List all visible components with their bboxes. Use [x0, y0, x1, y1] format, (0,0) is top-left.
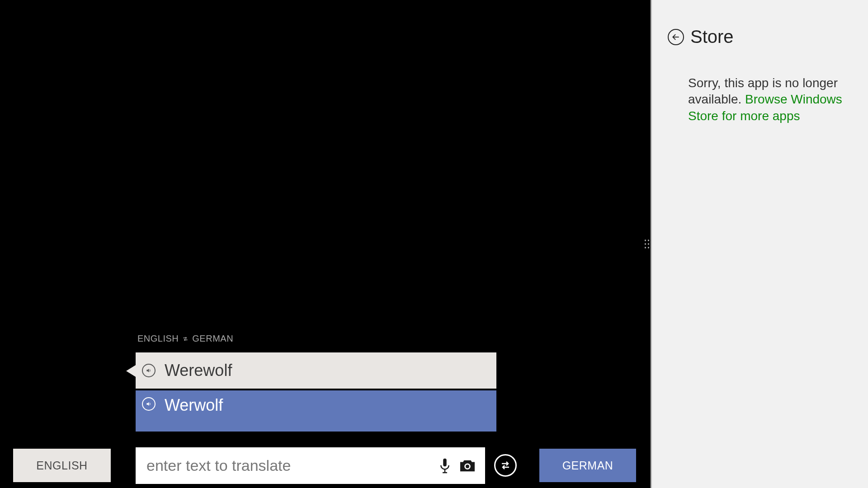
store-pane: Store Sorry, this app is no longer avail… — [652, 0, 868, 488]
store-message: Sorry, this app is no longer available. … — [688, 75, 851, 124]
store-title: Store — [690, 27, 734, 47]
camera-icon[interactable] — [456, 455, 479, 477]
swap-arrows-icon — [182, 336, 189, 342]
source-text: Werewolf — [165, 361, 232, 380]
drag-handle-icon — [645, 240, 649, 249]
direction-from: ENGLISH — [137, 333, 179, 344]
translator-pane: ENGLISH GERMAN Werewolf Werwolf — [0, 0, 642, 488]
svg-point-4 — [466, 465, 469, 468]
translate-input-placeholder: enter text to translate — [136, 457, 434, 474]
speaker-icon[interactable] — [142, 364, 156, 377]
target-language-label: GERMAN — [562, 459, 613, 472]
speaker-icon[interactable] — [142, 397, 156, 411]
source-card-pointer — [126, 365, 136, 377]
store-header: Store — [668, 27, 734, 47]
target-language-button[interactable]: GERMAN — [539, 449, 636, 482]
source-language-button[interactable]: ENGLISH — [13, 449, 111, 482]
translate-input[interactable]: enter text to translate — [136, 447, 485, 484]
app-root: ENGLISH GERMAN Werewolf Werwolf — [0, 0, 868, 488]
microphone-icon[interactable] — [434, 455, 456, 477]
swap-languages-button[interactable] — [494, 454, 517, 477]
source-language-label: ENGLISH — [36, 459, 87, 472]
source-text-card[interactable]: Werewolf — [136, 352, 496, 389]
svg-rect-0 — [443, 458, 447, 466]
input-bar: ENGLISH enter text to translate — [0, 423, 642, 488]
translation-direction-label: ENGLISH GERMAN — [137, 333, 233, 344]
target-text: Werwolf — [165, 396, 223, 415]
direction-to: GERMAN — [192, 333, 233, 344]
back-button[interactable] — [668, 29, 684, 45]
snap-divider[interactable] — [642, 0, 652, 488]
